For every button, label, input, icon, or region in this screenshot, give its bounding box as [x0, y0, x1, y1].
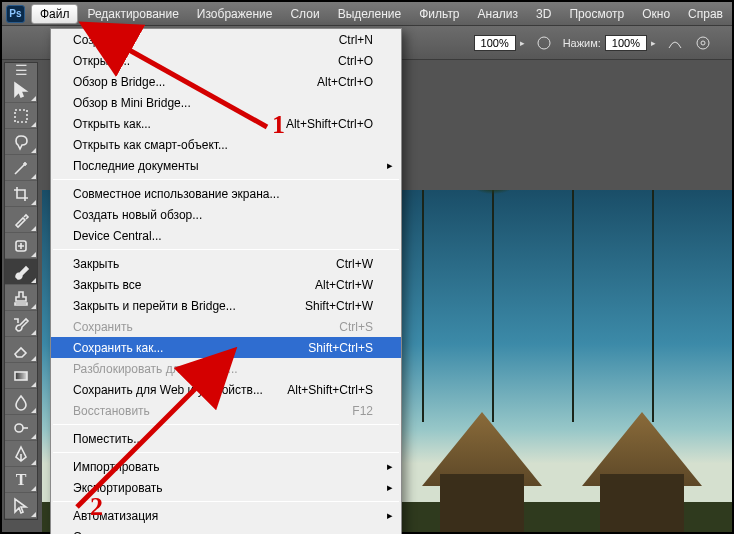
- menu-item-label: Обзор в Bridge...: [73, 75, 317, 89]
- svg-point-0: [538, 37, 550, 49]
- healing-tool[interactable]: [5, 233, 37, 259]
- menu-item-label: Открыть как...: [73, 117, 286, 131]
- crop-tool[interactable]: [5, 181, 37, 207]
- tool-palette: ☰ T: [4, 62, 38, 520]
- menu-3d[interactable]: 3D: [527, 4, 560, 24]
- menu-item-label: Закрыть все: [73, 278, 315, 292]
- menu-item[interactable]: Совместное использование экрана...: [51, 183, 401, 204]
- airbrush-icon[interactable]: [535, 34, 553, 52]
- target-icon[interactable]: [694, 34, 712, 52]
- menu-item-label: Закрыть: [73, 257, 336, 271]
- pressure-label: Нажим:: [563, 37, 601, 49]
- menu-item[interactable]: ЗакрытьCtrl+W: [51, 253, 401, 274]
- menu-item-shortcut: Ctrl+N: [339, 33, 373, 47]
- marquee-tool[interactable]: [5, 103, 37, 129]
- lasso-tool[interactable]: [5, 129, 37, 155]
- pen-tool[interactable]: [5, 441, 37, 467]
- magic-wand-tool[interactable]: [5, 155, 37, 181]
- menu-item[interactable]: Сохранить как...Shift+Ctrl+S: [51, 337, 401, 358]
- menu-item[interactable]: Создать...Ctrl+N: [51, 29, 401, 50]
- menu-item-shortcut: Alt+Shift+Ctrl+S: [287, 383, 373, 397]
- tablet-pressure-icon[interactable]: [666, 34, 684, 52]
- menu-select[interactable]: Выделение: [329, 4, 411, 24]
- stamp-tool[interactable]: [5, 285, 37, 311]
- menu-item-label: Открыть...: [73, 54, 338, 68]
- menu-item[interactable]: Device Central...: [51, 225, 401, 246]
- menu-bar: Ps Файл Редактирование Изображение Слои …: [2, 2, 732, 26]
- blur-tool[interactable]: [5, 389, 37, 415]
- menu-item-label: Автоматизация: [73, 509, 373, 523]
- menu-item[interactable]: Сценарии: [51, 526, 401, 534]
- menu-item-label: Экспортировать: [73, 481, 373, 495]
- menu-item-label: Сохранить для Web и устройств...: [73, 383, 287, 397]
- brush-tool[interactable]: [5, 259, 37, 285]
- menu-window[interactable]: Окно: [633, 4, 679, 24]
- move-tool[interactable]: [5, 77, 37, 103]
- menu-separator: [53, 452, 399, 453]
- menu-image[interactable]: Изображение: [188, 4, 282, 24]
- chevron-down-icon[interactable]: ▸: [651, 38, 656, 48]
- menu-edit[interactable]: Редактирование: [78, 4, 187, 24]
- menu-file[interactable]: Файл: [31, 4, 79, 24]
- menu-item[interactable]: Сохранить для Web и устройств...Alt+Shif…: [51, 379, 401, 400]
- menu-item-shortcut: Alt+Ctrl+O: [317, 75, 373, 89]
- menu-item[interactable]: Закрыть всеAlt+Ctrl+W: [51, 274, 401, 295]
- eyedropper-tool[interactable]: [5, 207, 37, 233]
- menu-item-shortcut: Ctrl+O: [338, 54, 373, 68]
- svg-rect-5: [15, 372, 27, 380]
- app-icon: Ps: [6, 5, 25, 23]
- menu-item[interactable]: Закрыть и перейти в Bridge...Shift+Ctrl+…: [51, 295, 401, 316]
- menu-item-shortcut: Alt+Ctrl+W: [315, 278, 373, 292]
- gradient-tool[interactable]: [5, 363, 37, 389]
- menu-item[interactable]: Создать новый обзор...: [51, 204, 401, 225]
- path-select-tool[interactable]: [5, 493, 37, 519]
- menu-item[interactable]: Автоматизация: [51, 505, 401, 526]
- menu-item[interactable]: Импортировать: [51, 456, 401, 477]
- menu-item-shortcut: Shift+Ctrl+S: [308, 341, 373, 355]
- menu-item[interactable]: Поместить...: [51, 428, 401, 449]
- menu-item[interactable]: Обзор в Mini Bridge...: [51, 92, 401, 113]
- menu-item[interactable]: Экспортировать: [51, 477, 401, 498]
- menu-separator: [53, 501, 399, 502]
- menu-item-label: Восстановить: [73, 404, 352, 418]
- menu-item[interactable]: Открыть...Ctrl+O: [51, 50, 401, 71]
- palette-grip[interactable]: ☰: [5, 63, 37, 77]
- type-tool[interactable]: T: [5, 467, 37, 493]
- pressure-control[interactable]: Нажим: 100% ▸: [563, 35, 656, 51]
- menu-item-label: Импортировать: [73, 460, 373, 474]
- menu-item-label: Создать новый обзор...: [73, 208, 373, 222]
- menu-analysis[interactable]: Анализ: [469, 4, 528, 24]
- menu-filter[interactable]: Фильтр: [410, 4, 468, 24]
- pressure-value[interactable]: 100%: [605, 35, 647, 51]
- menu-layer[interactable]: Слои: [281, 4, 328, 24]
- dodge-tool[interactable]: [5, 415, 37, 441]
- menu-item-label: Последние документы: [73, 159, 373, 173]
- menu-item-label: Обзор в Mini Bridge...: [73, 96, 373, 110]
- menu-item-shortcut: Alt+Shift+Ctrl+O: [286, 117, 373, 131]
- menu-item[interactable]: Обзор в Bridge...Alt+Ctrl+O: [51, 71, 401, 92]
- flow-control[interactable]: 100% ▸: [474, 35, 525, 51]
- svg-point-2: [701, 41, 705, 45]
- menu-separator: [53, 249, 399, 250]
- file-menu-dropdown: Создать...Ctrl+NОткрыть...Ctrl+OОбзор в …: [50, 28, 402, 534]
- opacity-value[interactable]: 100%: [474, 35, 516, 51]
- menu-item: ВосстановитьF12: [51, 400, 401, 421]
- menu-item-shortcut: Ctrl+S: [339, 320, 373, 334]
- menu-item-label: Device Central...: [73, 229, 373, 243]
- menu-item-label: Сохранить как...: [73, 341, 308, 355]
- menu-view[interactable]: Просмотр: [560, 4, 633, 24]
- menu-item[interactable]: Открыть как...Alt+Shift+Ctrl+O: [51, 113, 401, 134]
- chevron-down-icon[interactable]: ▸: [520, 38, 525, 48]
- menu-item-label: Сценарии: [73, 530, 373, 535]
- history-brush-tool[interactable]: [5, 311, 37, 337]
- menu-item[interactable]: Последние документы: [51, 155, 401, 176]
- menu-help[interactable]: Справ: [679, 4, 732, 24]
- menu-item-shortcut: Ctrl+W: [336, 257, 373, 271]
- menu-item: Разблокировать для записи...: [51, 358, 401, 379]
- svg-point-1: [697, 37, 709, 49]
- menu-item-label: Открыть как смарт-объект...: [73, 138, 373, 152]
- svg-rect-3: [15, 110, 27, 122]
- menu-item-label: Совместное использование экрана...: [73, 187, 373, 201]
- menu-item[interactable]: Открыть как смарт-объект...: [51, 134, 401, 155]
- eraser-tool[interactable]: [5, 337, 37, 363]
